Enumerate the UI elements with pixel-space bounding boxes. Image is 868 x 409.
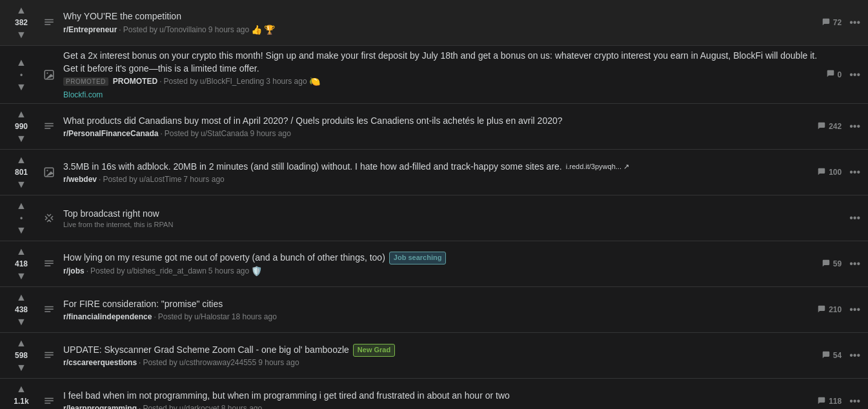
text-post-icon xyxy=(41,17,57,28)
more-options-button[interactable]: ••• xyxy=(847,210,863,226)
comment-number: 210 xyxy=(829,305,842,314)
post-actions: 242••• xyxy=(817,119,863,134)
post-author[interactable]: u/StatCanada xyxy=(201,129,248,138)
separator: · xyxy=(139,358,141,367)
upvote-button[interactable]: ▲ xyxy=(15,383,28,395)
more-options-button[interactable]: ••• xyxy=(847,256,863,272)
downvote-button[interactable]: ▼ xyxy=(15,224,28,237)
separator: · xyxy=(154,312,156,321)
comment-count[interactable]: 210 xyxy=(817,304,842,315)
downvote-button[interactable]: ▼ xyxy=(15,132,28,145)
comment-count[interactable]: 0 xyxy=(826,69,842,80)
post-author[interactable]: u/csthrowaway244555 xyxy=(179,358,256,367)
vote-count: 438 xyxy=(14,305,29,314)
svg-rect-16 xyxy=(45,352,54,354)
subreddit-link[interactable]: r/cscareerquestions xyxy=(63,358,137,367)
downvote-button[interactable]: ▼ xyxy=(15,315,28,328)
subreddit-link[interactable]: r/PersonalFinanceCanada xyxy=(63,129,158,138)
vote-column: ▲•▼ xyxy=(5,56,37,94)
more-options-button[interactable]: ••• xyxy=(847,165,863,180)
blockfi-link-row: Blockfi.com xyxy=(63,89,818,99)
upvote-button[interactable]: ▲ xyxy=(15,337,28,350)
post-actions: 210••• xyxy=(817,302,863,317)
upvote-button[interactable]: ▲ xyxy=(15,291,28,304)
post-actions: 0••• xyxy=(826,67,863,83)
subreddit-link[interactable]: r/Entrepreneur xyxy=(63,25,117,34)
more-options-button[interactable]: ••• xyxy=(847,67,863,83)
comment-count[interactable]: 72 xyxy=(822,17,842,28)
upvote-button[interactable]: ▲ xyxy=(15,154,28,166)
post-subtitle: Live from the internet, this is RPAN xyxy=(63,221,839,228)
post-author[interactable]: u/Halostar xyxy=(194,312,230,321)
comment-number: 242 xyxy=(829,122,842,131)
more-options-button[interactable]: ••• xyxy=(847,394,863,409)
post-title-link[interactable]: UPDATE: Skyscanner Grad Scheme Zoom Call… xyxy=(63,344,349,357)
vote-column: ▲1.1k▼ xyxy=(5,383,37,409)
post-time: 7 hours ago xyxy=(183,175,224,184)
vote-column: ▲382▼ xyxy=(5,4,37,41)
more-options-button[interactable]: ••• xyxy=(847,348,863,363)
subreddit-link[interactable]: r/jobs xyxy=(63,266,85,275)
post-author[interactable]: u/Tonovillaino xyxy=(159,25,207,34)
upvote-button[interactable]: ▲ xyxy=(15,245,28,258)
downvote-button[interactable]: ▼ xyxy=(15,81,28,94)
post-title: Top broadcast right now xyxy=(63,208,839,221)
list-item: ▲382▼Why YOU'RE the competitionr/Entrepr… xyxy=(0,0,868,46)
more-options-button[interactable]: ••• xyxy=(847,302,863,317)
post-author[interactable]: u/BlockFI_Lending xyxy=(200,77,264,86)
subreddit-link[interactable]: r/webdev xyxy=(63,175,97,184)
more-options-button[interactable]: ••• xyxy=(847,15,863,30)
separator: · xyxy=(160,129,162,138)
rpan-icon xyxy=(41,212,57,224)
upvote-button[interactable]: ▲ xyxy=(15,108,28,121)
subreddit-link[interactable]: r/learnprogramming xyxy=(63,404,137,409)
post-title-link[interactable]: What products did Canadians buy most of … xyxy=(63,115,563,128)
post-title-link[interactable]: Top broadcast right now xyxy=(63,208,159,221)
post-author[interactable]: u/darkocvet xyxy=(179,404,219,409)
post-author[interactable]: u/bishes_ride_at_dawn xyxy=(126,266,206,275)
subreddit-link[interactable]: r/financialindependence xyxy=(63,312,152,321)
comment-count[interactable]: 242 xyxy=(817,121,842,132)
separator: · xyxy=(119,25,121,34)
upvote-button[interactable]: ▲ xyxy=(15,4,28,17)
comment-icon xyxy=(822,17,831,28)
svg-rect-2 xyxy=(45,24,50,25)
list-item: ▲990▼What products did Canadians buy mos… xyxy=(0,104,868,150)
svg-rect-21 xyxy=(45,403,50,404)
downvote-button[interactable]: ▼ xyxy=(15,28,28,41)
downvote-button[interactable]: ▼ xyxy=(15,270,28,283)
post-time: 5 hours ago xyxy=(208,266,249,275)
vote-count: • xyxy=(14,214,29,223)
post-title-link[interactable]: I feel bad when im not programming, but … xyxy=(63,390,510,403)
image-post-icon xyxy=(41,166,57,178)
post-title-link[interactable]: 3.5MB in 16s with adblock. 20MB in 2 min… xyxy=(63,161,562,174)
svg-rect-14 xyxy=(45,309,54,310)
post-author[interactable]: u/aLostTime xyxy=(139,175,182,184)
post-meta: r/learnprogramming·Posted by u/darkocvet… xyxy=(63,404,809,409)
post-title-link[interactable]: For FIRE consideration: "promise" cities xyxy=(63,298,223,311)
post-feed: ▲382▼Why YOU'RE the competitionr/Entrepr… xyxy=(0,0,868,409)
list-item: ▲598▼UPDATE: Skyscanner Grad Scheme Zoom… xyxy=(0,333,868,379)
post-meta: r/webdev·Posted by u/aLostTime7 hours ag… xyxy=(63,175,809,184)
post-title-link[interactable]: Why YOU'RE the competition xyxy=(63,10,181,23)
comment-count[interactable]: 100 xyxy=(817,167,842,178)
upvote-button[interactable]: ▲ xyxy=(15,56,28,69)
post-time: 8 hours ago xyxy=(221,404,262,409)
comment-icon xyxy=(817,396,826,407)
svg-rect-13 xyxy=(45,306,54,308)
post-content: 3.5MB in 16s with adblock. 20MB in 2 min… xyxy=(61,161,812,184)
svg-point-9 xyxy=(46,170,48,171)
downvote-button[interactable]: ▼ xyxy=(15,361,28,374)
blockfi-link[interactable]: Blockfi.com xyxy=(63,90,103,99)
subreddit-link[interactable]: PROMOTED xyxy=(113,77,157,86)
downvote-button[interactable]: ▼ xyxy=(15,178,28,191)
comment-count[interactable]: 59 xyxy=(822,259,842,270)
external-link[interactable]: i.redd.it/3pywqh... ↗ xyxy=(566,162,629,172)
post-title-link[interactable]: How lying on my resume got me out of pov… xyxy=(63,252,385,264)
more-options-button[interactable]: ••• xyxy=(847,119,863,134)
post-title-link[interactable]: Get a 2x interest bonus on your crypto t… xyxy=(63,50,818,75)
upvote-button[interactable]: ▲ xyxy=(15,199,28,212)
comment-count[interactable]: 118 xyxy=(817,396,842,407)
comment-count[interactable]: 54 xyxy=(822,350,842,361)
post-actions: 54••• xyxy=(822,348,863,363)
